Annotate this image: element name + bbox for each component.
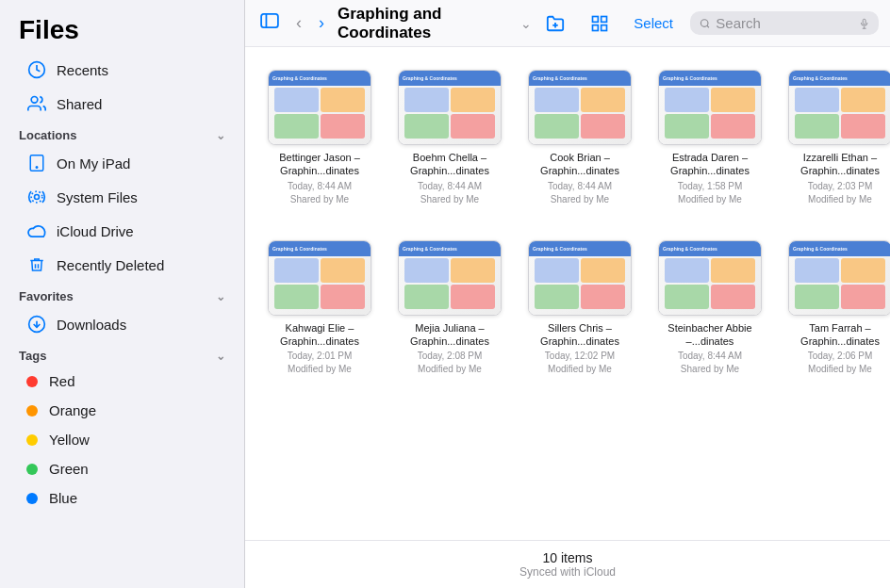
file-thumbnail: Graphing & Coordinates bbox=[658, 70, 762, 145]
file-date: Today, 8:44 AM bbox=[418, 180, 482, 193]
file-name: Cook Brian – Graphin...dinates bbox=[528, 151, 632, 178]
green-label: Green bbox=[49, 461, 89, 477]
sidebar-item-icloud-drive[interactable]: iCloud Drive bbox=[8, 214, 237, 248]
svg-rect-13 bbox=[602, 16, 607, 22]
downloads-label: Downloads bbox=[57, 317, 126, 333]
folder-chevron-icon: ⌄ bbox=[520, 16, 532, 31]
file-item[interactable]: Graphing & Coordinates Kahwagi Elie – Gr… bbox=[264, 233, 375, 384]
icloud-drive-label: iCloud Drive bbox=[57, 223, 134, 239]
file-date: Today, 1:58 PM bbox=[678, 180, 743, 193]
main-panel: ‹ › Graphing and Coordinates ⌄ bbox=[245, 0, 890, 588]
microphone-icon[interactable] bbox=[859, 17, 869, 30]
sidebar-item-shared[interactable]: Shared bbox=[8, 87, 237, 121]
file-shared-status: Shared by Me bbox=[551, 193, 609, 206]
toolbar-actions: Select bbox=[537, 10, 879, 37]
blue-label: Blue bbox=[49, 490, 77, 506]
new-folder-button[interactable] bbox=[537, 10, 573, 37]
sidebar-item-downloads[interactable]: Downloads bbox=[8, 307, 237, 341]
file-item[interactable]: Graphing & Coordinates Estrada Daren – G… bbox=[654, 62, 766, 214]
ipad-icon bbox=[26, 153, 47, 173]
favorites-section: Favorites ⌄ bbox=[0, 282, 244, 307]
recents-label: Recents bbox=[57, 62, 108, 78]
file-date: Today, 8:44 AM bbox=[288, 180, 352, 193]
on-my-ipad-label: On My iPad bbox=[57, 155, 130, 172]
clock-icon bbox=[26, 59, 47, 80]
file-item[interactable]: Graphing & Coordinates Tam Farrah – Grap… bbox=[784, 233, 890, 384]
sidebar-item-on-my-ipad[interactable]: On My iPad bbox=[8, 146, 237, 180]
person-2-icon bbox=[26, 93, 47, 114]
svg-point-3 bbox=[36, 167, 38, 169]
file-date: Today, 2:06 PM bbox=[808, 350, 873, 363]
locations-section: Locations ⌄ bbox=[0, 121, 244, 146]
system-files-label: System Files bbox=[57, 189, 138, 205]
svg-point-16 bbox=[700, 19, 708, 26]
file-shared-status: Modified by Me bbox=[418, 363, 482, 376]
doc-header: Graphing & Coordinates bbox=[659, 241, 761, 256]
trash-icon bbox=[26, 254, 47, 275]
sidebar-item-recents[interactable]: Recents bbox=[8, 53, 237, 87]
gear-icon bbox=[26, 187, 47, 207]
file-shared-status: Modified by Me bbox=[678, 193, 742, 206]
file-name: Sillers Chris – Graphin...dinates bbox=[528, 321, 632, 349]
search-bar bbox=[690, 11, 879, 35]
sidebar-item-tag-red[interactable]: Red bbox=[8, 367, 237, 396]
file-item[interactable]: Graphing & Coordinates Izzarelli Ethan –… bbox=[784, 62, 890, 214]
folder-title-wrap: Graphing and Coordinates ⌄ bbox=[338, 5, 532, 42]
file-item[interactable]: Graphing & Coordinates Bettinger Jason –… bbox=[264, 62, 375, 214]
sidebar: Files Recents Shared Locations ⌄ bbox=[0, 0, 245, 588]
sidebar-item-tag-blue[interactable]: Blue bbox=[8, 483, 237, 513]
back-button[interactable]: ‹ bbox=[288, 9, 309, 37]
file-date: Today, 2:03 PM bbox=[808, 180, 873, 193]
doc-header: Graphing & Coordinates bbox=[399, 241, 501, 256]
shared-label: Shared bbox=[57, 96, 102, 112]
svg-rect-8 bbox=[261, 14, 278, 27]
sidebar-item-system-files[interactable]: System Files bbox=[8, 180, 237, 214]
forward-button[interactable]: › bbox=[311, 9, 332, 37]
svg-point-1 bbox=[31, 97, 38, 104]
toolbar: ‹ › Graphing and Coordinates ⌄ bbox=[245, 0, 890, 47]
file-date: Today, 2:01 PM bbox=[288, 350, 353, 363]
green-dot bbox=[26, 464, 38, 475]
doc-header: Graphing & Coordinates bbox=[399, 71, 501, 86]
file-name: Bettinger Jason – Graphin...dinates bbox=[268, 151, 371, 178]
doc-header: Graphing & Coordinates bbox=[269, 241, 371, 256]
file-thumbnail: Graphing & Coordinates bbox=[398, 70, 502, 145]
file-item[interactable]: Graphing & Coordinates Mejia Juliana – G… bbox=[394, 233, 505, 384]
red-label: Red bbox=[49, 373, 75, 389]
file-shared-status: Modified by Me bbox=[288, 363, 352, 376]
doc-header: Graphing & Coordinates bbox=[789, 71, 890, 86]
file-thumbnail: Graphing & Coordinates bbox=[398, 240, 502, 316]
status-bar: 10 items Synced with iCloud bbox=[245, 540, 890, 588]
cloud-icon bbox=[26, 220, 47, 241]
sidebar-item-recently-deleted[interactable]: Recently Deleted bbox=[8, 248, 237, 282]
file-item[interactable]: Graphing & Coordinates Boehm Chella – Gr… bbox=[394, 62, 505, 214]
doc-header: Graphing & Coordinates bbox=[789, 241, 890, 256]
doc-header: Graphing & Coordinates bbox=[269, 71, 371, 86]
file-item[interactable]: Graphing & Coordinates Cook Brian – Grap… bbox=[524, 62, 635, 214]
sidebar-item-tag-green[interactable]: Green bbox=[8, 454, 237, 483]
sync-status: Synced with iCloud bbox=[255, 565, 881, 579]
svg-rect-18 bbox=[863, 19, 865, 24]
sidebar-item-tag-orange[interactable]: Orange bbox=[8, 396, 237, 425]
doc-header: Graphing & Coordinates bbox=[529, 71, 631, 86]
file-thumbnail: Graphing & Coordinates bbox=[528, 70, 632, 145]
search-icon bbox=[700, 17, 710, 30]
grid-view-button[interactable] bbox=[583, 10, 617, 37]
orange-dot bbox=[26, 405, 38, 416]
doc-header: Graphing & Coordinates bbox=[529, 241, 631, 256]
file-shared-status: Modified by Me bbox=[548, 363, 612, 376]
file-item[interactable]: Graphing & Coordinates Sillers Chris – G… bbox=[524, 233, 635, 384]
yellow-dot bbox=[26, 434, 38, 446]
file-thumbnail: Graphing & Coordinates bbox=[268, 70, 371, 145]
file-name: Steinbacher Abbie –...dinates bbox=[658, 321, 762, 349]
search-input[interactable] bbox=[716, 15, 852, 31]
sidebar-item-tag-yellow[interactable]: Yellow bbox=[8, 425, 237, 454]
file-shared-status: Modified by Me bbox=[808, 363, 872, 376]
select-button[interactable]: Select bbox=[626, 11, 681, 35]
file-item[interactable]: Graphing & Coordinates Steinbacher Abbie… bbox=[654, 233, 766, 384]
yellow-label: Yellow bbox=[49, 432, 90, 448]
sidebar-toggle-button[interactable] bbox=[256, 9, 283, 37]
svg-rect-12 bbox=[593, 16, 599, 22]
file-name: Estrada Daren – Graphin...dinates bbox=[658, 151, 762, 178]
svg-point-5 bbox=[31, 191, 42, 203]
